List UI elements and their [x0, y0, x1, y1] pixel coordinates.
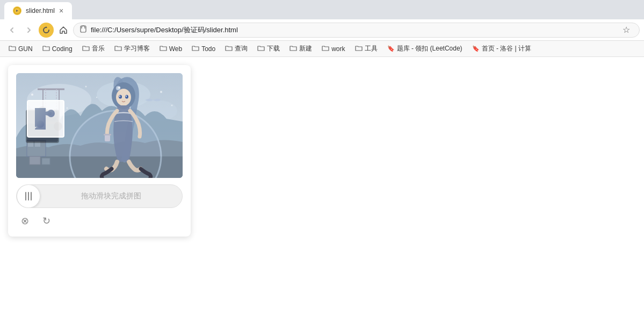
bookmark-music[interactable]: 音乐 — [78, 43, 109, 54]
bookmark-blog[interactable]: 学习博客 — [110, 43, 154, 54]
bookmark-gun[interactable]: GUN — [4, 44, 37, 54]
svg-point-34 — [118, 87, 120, 89]
bookmark-folder-icon-7 — [225, 45, 233, 53]
active-tab[interactable]: slider.html × — [4, 2, 72, 19]
bookmark-music-label: 音乐 — [92, 44, 105, 53]
back-button[interactable] — [4, 23, 19, 38]
bookmark-folder-icon-6 — [192, 45, 199, 53]
bookmark-folder-icon-2 — [42, 45, 50, 53]
svg-point-30 — [171, 105, 173, 106]
svg-point-31 — [96, 97, 97, 98]
svg-rect-26 — [104, 134, 111, 135]
bookmark-folder-icon-3 — [82, 45, 90, 53]
captcha-refresh-button[interactable]: ↻ — [39, 213, 54, 228]
bookmark-folder-icon-11 — [355, 45, 363, 53]
bookmark-star-button[interactable]: ☆ — [620, 24, 633, 37]
address-bar[interactable]: file:///C:/Users/supre/Desktop/验证码/slide… — [73, 23, 640, 38]
slider-track[interactable]: 拖动滑块完成拼图 — [16, 184, 183, 208]
bookmark-luogu[interactable]: 🔖 首页 - 洛谷 | 计算 — [468, 43, 536, 54]
slider-grip-line-2 — [28, 192, 29, 201]
bookmark-new[interactable]: 新建 — [285, 43, 316, 54]
page-security-icon — [80, 25, 86, 34]
tab-bar: slider.html × — [0, 0, 644, 19]
svg-point-40 — [37, 120, 44, 128]
captcha-close-button[interactable]: ⊗ — [17, 213, 32, 228]
slider-hint-text: 拖动滑块完成拼图 — [40, 191, 182, 201]
bookmark-web[interactable]: Web — [155, 44, 186, 54]
bookmark-todo[interactable]: Todo — [187, 44, 220, 54]
bookmarks-bar: GUN Coding 音乐 学习博客 — [0, 41, 644, 57]
bookmark-gun-label: GUN — [18, 45, 33, 53]
bookmark-tools[interactable]: 工具 — [351, 43, 382, 54]
svg-point-39 — [47, 110, 55, 117]
home-button[interactable] — [56, 23, 71, 38]
bookmark-folder-icon — [9, 45, 16, 53]
bookmark-todo-label: Todo — [201, 45, 215, 53]
slider-container: 拖动滑块完成拼图 — [16, 184, 183, 208]
svg-point-29 — [160, 91, 162, 93]
bookmark-web-label: Web — [169, 45, 182, 53]
svg-point-23 — [119, 96, 120, 97]
nav-bar: file:///C:/Users/supre/Desktop/验证码/slide… — [0, 19, 644, 41]
svg-point-22 — [125, 95, 128, 99]
bookmark-new-label: 新建 — [299, 44, 312, 53]
captcha-widget: 拖动滑块完成拼图 ⊗ ↻ — [8, 65, 191, 237]
page-content: 拖动滑块完成拼图 ⊗ ↻ — [0, 57, 644, 322]
bookmark-folder-icon-5 — [160, 45, 167, 53]
reload-button[interactable] — [39, 23, 54, 38]
slider-handle-grip — [25, 192, 32, 201]
slider-grip-line-3 — [31, 192, 32, 201]
bookmark-leetcode[interactable]: 🔖 题库 - 领扣 (LeetCode) — [383, 43, 467, 54]
bookmark-folder-icon-8 — [257, 45, 265, 53]
bookmark-folder-icon-9 — [290, 45, 297, 53]
bookmark-leetcode-label: 题库 - 领扣 (LeetCode) — [397, 44, 462, 53]
bookmark-query-label: 查询 — [235, 44, 248, 53]
bookmark-special-icon: 🔖 — [387, 45, 395, 52]
bookmark-folder-icon-4 — [114, 45, 122, 53]
svg-rect-17 — [30, 156, 40, 164]
svg-point-27 — [31, 94, 33, 96]
browser-window: slider.html × — [0, 0, 644, 322]
svg-point-24 — [126, 96, 127, 97]
bookmark-coding-label: Coding — [52, 45, 73, 53]
tab-title: slider.html — [26, 7, 55, 15]
bookmark-download[interactable]: 下载 — [253, 43, 284, 54]
tab-close-button[interactable]: × — [59, 6, 63, 15]
bookmark-query[interactable]: 查询 — [221, 43, 252, 54]
puzzle-piece-overlay — [27, 100, 64, 138]
bookmark-special-icon-2: 🔖 — [472, 45, 480, 52]
svg-rect-18 — [42, 158, 50, 164]
bookmark-blog-label: 学习博客 — [124, 44, 150, 53]
svg-point-28 — [85, 86, 87, 88]
bookmark-download-label: 下载 — [267, 44, 280, 53]
svg-rect-1 — [81, 26, 86, 32]
bookmark-work-label: work — [331, 45, 345, 53]
slider-handle[interactable] — [17, 184, 40, 208]
svg-point-21 — [119, 95, 122, 99]
forward-button[interactable] — [21, 23, 37, 38]
address-text: file:///C:/Users/supre/Desktop/验证码/slide… — [91, 25, 616, 35]
svg-point-32 — [67, 108, 68, 109]
svg-point-20 — [116, 89, 131, 106]
bookmark-work[interactable]: work — [317, 44, 349, 54]
bookmark-luogu-label: 首页 - 洛谷 | 计算 — [482, 44, 531, 53]
svg-rect-25 — [105, 135, 110, 141]
bookmark-folder-icon-10 — [322, 45, 329, 53]
tab-favicon — [13, 6, 21, 15]
captcha-bottom-controls: ⊗ ↻ — [16, 213, 183, 228]
bookmark-coding[interactable]: Coding — [38, 44, 77, 54]
captcha-image-container — [16, 73, 183, 178]
slider-grip-line-1 — [25, 192, 26, 201]
bookmark-tools-label: 工具 — [365, 44, 378, 53]
